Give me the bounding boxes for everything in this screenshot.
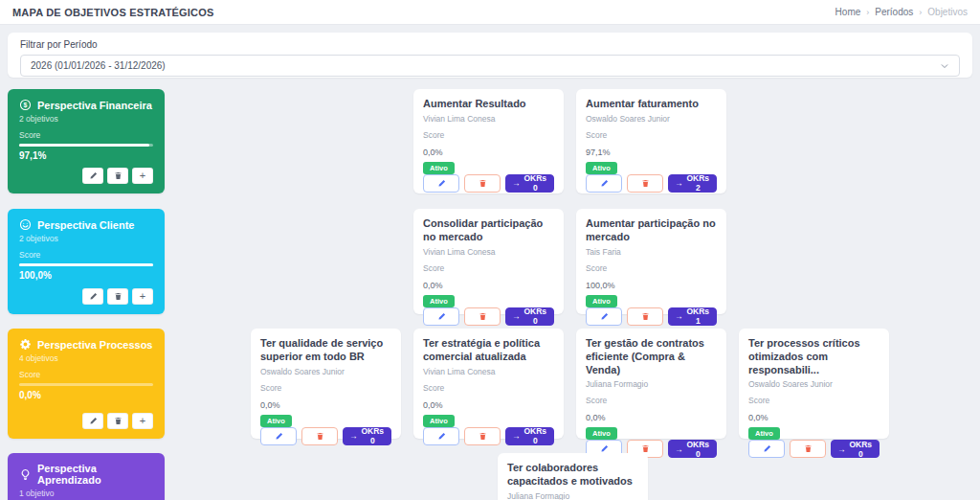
- plus-icon: +: [140, 291, 145, 302]
- objective-title: Ter colaboradores capacitados e motivado…: [507, 462, 638, 489]
- objective-card: Ter colaboradores capacitados e motivado…: [498, 453, 648, 500]
- filter-label: Filtrar por Período: [20, 39, 960, 50]
- delete-button[interactable]: [790, 440, 826, 458]
- gear-icon: [19, 338, 32, 351]
- delete-button[interactable]: [464, 174, 501, 193]
- edit-button[interactable]: [260, 427, 297, 445]
- period-select[interactable]: 2026 (01/01/2026 - 31/12/2026): [20, 55, 960, 77]
- edit-button[interactable]: [748, 440, 785, 458]
- objective-count: 4 objetivos: [19, 353, 153, 363]
- svg-text:$: $: [24, 102, 28, 109]
- edit-button[interactable]: [82, 413, 103, 429]
- score-label: Score: [586, 130, 717, 140]
- breadcrumb-separator: ›: [919, 8, 922, 17]
- edit-button[interactable]: [586, 174, 622, 193]
- okrs-button[interactable]: →OKRs 1: [668, 307, 717, 326]
- status-badge: Ativo: [586, 162, 617, 174]
- add-objective-button[interactable]: +: [132, 413, 153, 429]
- objective-card: Ter qualidade de serviço superior em tod…: [251, 329, 401, 439]
- okrs-button[interactable]: →OKRs 2: [668, 174, 717, 193]
- objective-title: Ter processos críticos otimizados com re…: [748, 337, 880, 376]
- trash-icon: [479, 432, 487, 441]
- topbar: MAPA DE OBJETIVOS ESTRATÉGICOS Home›Perí…: [0, 0, 980, 25]
- okrs-button-label: OKRs 0: [523, 173, 548, 193]
- status-badge: Ativo: [748, 427, 780, 440]
- delete-button[interactable]: [107, 168, 128, 184]
- perspective-card-header: Perspectiva Aprendizado: [19, 463, 153, 486]
- arrow-right-icon: →: [512, 311, 521, 321]
- score-bar-fill: [19, 144, 149, 147]
- delete-button[interactable]: [107, 413, 128, 429]
- delete-button[interactable]: [627, 174, 663, 193]
- okrs-button-label: OKRs 0: [523, 307, 548, 326]
- score-bar: [19, 383, 153, 386]
- score-label: Score: [423, 383, 554, 393]
- objective-title: Ter gestão de contratos eficiente (Compr…: [586, 337, 717, 376]
- okrs-button[interactable]: →OKRs 0: [831, 440, 880, 458]
- arrow-right-icon: →: [512, 431, 521, 441]
- score-value: 0,0%: [586, 413, 717, 422]
- trash-icon: [641, 444, 650, 453]
- perspective-title: Perspectiva Aprendizado: [37, 463, 153, 486]
- delete-button[interactable]: [464, 307, 501, 326]
- objective-actions: →OKRs 0: [748, 440, 880, 458]
- perspective-title: Perspectiva Financeira: [37, 100, 152, 111]
- add-objective-button[interactable]: +: [132, 288, 153, 305]
- arrow-right-icon: →: [675, 444, 683, 454]
- dollar-circle-icon: $: [19, 99, 32, 111]
- trash-icon: [479, 179, 487, 188]
- trash-icon: [316, 432, 324, 441]
- pencil-icon: [89, 171, 98, 180]
- okrs-button-label: OKRs 0: [523, 426, 548, 445]
- edit-button[interactable]: [586, 307, 622, 326]
- objective-owner: Oswaldo Soares Junior: [260, 367, 391, 376]
- arrow-right-icon: →: [512, 178, 521, 188]
- status-badge: Ativo: [423, 162, 455, 174]
- edit-button[interactable]: [82, 168, 103, 184]
- perspective-card-header: Perspectiva Processos: [19, 338, 153, 351]
- score-value: 0,0%: [423, 281, 554, 290]
- perspective-title: Perspectiva Cliente: [37, 219, 135, 231]
- score-value: 0,0%: [260, 400, 391, 410]
- trash-icon: [479, 312, 487, 321]
- arrow-right-icon: →: [675, 311, 683, 321]
- okrs-button[interactable]: →OKRs 0: [505, 307, 554, 326]
- objective-actions: →OKRs 0: [423, 174, 554, 193]
- breadcrumb-item-periodos[interactable]: Períodos: [875, 7, 913, 17]
- score-label: Score: [19, 370, 153, 379]
- add-objective-button[interactable]: +: [132, 168, 153, 184]
- edit-button[interactable]: [82, 288, 103, 305]
- score-label: Score: [423, 130, 554, 140]
- objective-count: 1 objetivo: [19, 489, 153, 498]
- breadcrumb-item-objetivos: Objetivos: [927, 7, 968, 17]
- perspective-card-header: $Perspectiva Financeira: [19, 99, 153, 111]
- okrs-button[interactable]: →OKRs 0: [505, 174, 554, 193]
- okrs-button[interactable]: →OKRs 0: [505, 427, 554, 445]
- status-badge: Ativo: [260, 415, 292, 427]
- perspective-actions: +: [19, 413, 153, 429]
- trash-icon: [804, 444, 813, 453]
- score-value: 0,0%: [423, 148, 554, 157]
- perspective-card: $Perspectiva Financeira2 objetivosScore9…: [8, 89, 165, 193]
- perspective-title: Perspectiva Processos: [37, 339, 152, 351]
- breadcrumb-separator: ›: [866, 8, 869, 17]
- score-bar: [19, 144, 153, 147]
- delete-button[interactable]: [107, 288, 128, 305]
- breadcrumb-item-home[interactable]: Home: [835, 7, 861, 17]
- pencil-icon: [437, 432, 446, 441]
- delete-button[interactable]: [301, 427, 338, 445]
- plus-icon: +: [140, 170, 145, 181]
- score-label: Score: [423, 263, 554, 273]
- perspective-card: Perspectiva Aprendizado1 objetivoScore+: [8, 453, 165, 500]
- edit-button[interactable]: [423, 427, 459, 445]
- pencil-icon: [437, 179, 446, 188]
- delete-button[interactable]: [464, 427, 501, 445]
- okrs-button[interactable]: →OKRs 0: [668, 440, 717, 458]
- delete-button[interactable]: [627, 307, 663, 326]
- edit-button[interactable]: [423, 174, 459, 193]
- trash-icon: [114, 171, 122, 180]
- pencil-icon: [437, 312, 446, 321]
- okrs-button[interactable]: →OKRs 0: [343, 427, 391, 445]
- status-badge: Ativo: [423, 415, 455, 427]
- edit-button[interactable]: [423, 307, 459, 326]
